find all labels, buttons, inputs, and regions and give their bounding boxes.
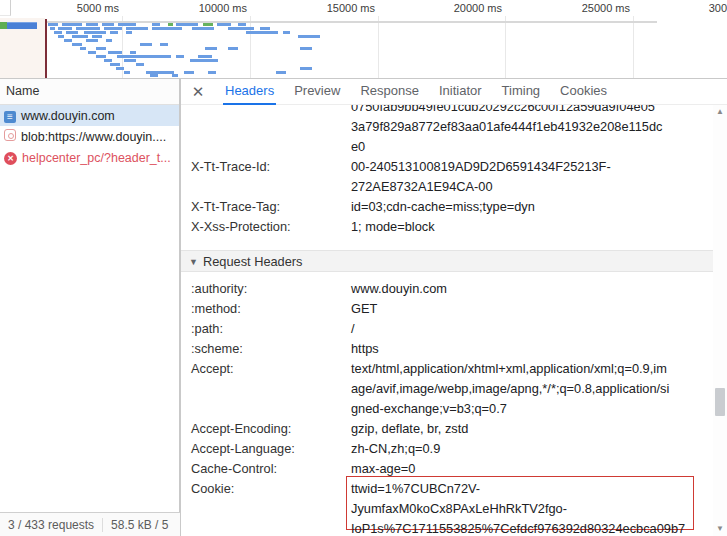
header-name: Accept: xyxy=(181,359,351,419)
waterfall-bar xyxy=(298,35,320,38)
scrollbar-thumb[interactable] xyxy=(715,388,725,416)
media-blob-icon xyxy=(4,129,16,144)
waterfall-bar xyxy=(88,51,96,54)
headers-scrollbar[interactable]: ▲ ▼ xyxy=(713,105,727,536)
header-row: X-Tt-Trace-Id:00-240513100819AD9D2D65914… xyxy=(181,157,713,197)
waterfall-bar xyxy=(80,47,86,50)
tab-response[interactable]: Response xyxy=(350,79,429,105)
request-list-panel: Name ≡www.douyin.comblob:https://www.dou… xyxy=(0,79,180,536)
waterfall-bar xyxy=(84,31,106,34)
header-name: :method: xyxy=(181,299,351,319)
timeline-tick-label: 30000 ms xyxy=(709,2,727,14)
header-name: Cache-Control: xyxy=(181,459,351,479)
header-value: id=03;cdn-cache=miss;type=dyn xyxy=(351,197,713,217)
devtools-network-panel: 5000 ms10000 ms15000 ms20000 ms25000 ms3… xyxy=(0,0,727,536)
header-value-line: 00-240513100819AD9D2D6591434F25213F- xyxy=(351,157,713,177)
error-icon-glyph: ✕ xyxy=(4,152,17,165)
scroll-up-icon[interactable]: ▲ xyxy=(713,105,727,119)
request-row[interactable]: ✕helpcenter_pc/?header_t... xyxy=(0,147,179,168)
header-name: :path: xyxy=(181,319,351,339)
waterfall-bar xyxy=(58,27,72,30)
waterfall-bar xyxy=(300,47,312,50)
tab-initiator[interactable]: Initiator xyxy=(429,79,492,105)
header-value: gzip, deflate, br, zstd xyxy=(351,419,713,439)
waterfall-bar xyxy=(124,71,130,74)
header-value: zh-CN,zh;q=0.9 xyxy=(351,439,713,459)
tab-preview[interactable]: Preview xyxy=(284,79,350,105)
waterfall-bar xyxy=(48,23,58,26)
waterfall-bar xyxy=(96,47,106,50)
request-count: 3 / 433 requests xyxy=(0,518,102,532)
waterfall-bar xyxy=(228,47,238,50)
headers-content[interactable]: 0750fab9bb49fe01cdb20292c26c00f12a59da9f… xyxy=(181,105,713,536)
timeline-gridline xyxy=(633,16,634,78)
header-value: 0750fab9bb49fe01cdb20292c26c00f12a59da9f… xyxy=(351,105,713,157)
header-value: 1; mode=block xyxy=(351,217,713,237)
headers-scroll-inner: 0750fab9bb49fe01cdb20292c26c00f12a59da9f… xyxy=(181,105,713,530)
request-name-label: www.douyin.com xyxy=(21,109,115,123)
header-name xyxy=(181,105,351,157)
header-name: X-Tt-Trace-Id: xyxy=(181,157,351,197)
waterfall-bar xyxy=(102,23,114,26)
waterfall-bar xyxy=(96,55,106,58)
timeline-gridline xyxy=(250,16,251,78)
header-value: / xyxy=(351,319,713,339)
header-value-line: IoP1s%7C1711553825%7Cefdcf976392d80324ec… xyxy=(351,519,693,536)
waterfall-bar xyxy=(110,31,118,34)
header-value-line: GET xyxy=(351,299,713,319)
header-name: Accept-Language: xyxy=(181,439,351,459)
header-value: GET xyxy=(351,299,713,319)
header-value-line: e0 xyxy=(351,137,713,157)
waterfall-bar xyxy=(160,43,168,46)
header-name: Cookie: xyxy=(181,479,351,530)
load-event-line xyxy=(45,19,47,78)
network-overview[interactable]: 5000 ms10000 ms15000 ms20000 ms25000 ms3… xyxy=(0,0,727,79)
waterfall-bar xyxy=(217,23,231,26)
header-row: X-Xss-Protection:1; mode=block xyxy=(181,217,713,237)
request-rows: ≡www.douyin.comblob:https://www.douyin..… xyxy=(0,105,179,168)
timeline-tick-label: 25000 ms xyxy=(582,2,630,14)
request-headers-section[interactable]: ▼Request Headers xyxy=(181,250,713,272)
annotation-box: ttwid=1%7CUBCn72V-JyumfaxM0koCx8PAxLeHhR… xyxy=(346,476,694,530)
waterfall-bar xyxy=(124,59,136,62)
request-name-label: helpcenter_pc/?header_t... xyxy=(22,151,171,165)
status-bar: 3 / 433 requests 58.5 kB / 5 xyxy=(0,512,180,536)
error-icon: ✕ xyxy=(4,150,17,165)
header-row: X-Tt-Trace-Tag:id=03;cdn-cache=miss;type… xyxy=(181,197,713,217)
request-row[interactable]: ≡www.douyin.com xyxy=(0,105,179,126)
transferred-size: 58.5 kB / 5 xyxy=(102,518,176,532)
waterfall-bar xyxy=(152,23,160,26)
selected-request-bar xyxy=(0,22,37,29)
waterfall-bar xyxy=(208,71,216,74)
waterfall-bar xyxy=(118,23,136,26)
request-headers-rows: :authority:www.douyin.com:method:GET:pat… xyxy=(181,279,713,530)
timeline-tick-label: 5000 ms xyxy=(77,2,119,14)
header-value-line: 1; mode=block xyxy=(351,217,713,237)
close-icon[interactable]: ✕ xyxy=(187,81,209,103)
waterfall-bar xyxy=(238,23,246,26)
waterfall-bar xyxy=(104,59,112,62)
waterfall-bar xyxy=(172,74,178,77)
media-blob-icon-glyph xyxy=(4,129,16,141)
clipped-header-value: 0750fab9bb49fe01cdb20292c26c00f12a59da9f… xyxy=(181,105,713,157)
waterfall-bar xyxy=(86,23,98,26)
collapse-arrow-icon: ▼ xyxy=(189,257,198,267)
tab-cookies[interactable]: Cookies xyxy=(550,79,617,105)
header-name: X-Xss-Protection: xyxy=(181,217,351,237)
waterfall-bar xyxy=(126,27,148,30)
waterfall-bar xyxy=(108,51,122,54)
tab-headers[interactable]: Headers xyxy=(215,79,284,105)
scroll-down-icon[interactable]: ▼ xyxy=(713,522,727,536)
name-column-header[interactable]: Name xyxy=(0,79,179,105)
waterfall-bar xyxy=(300,67,312,70)
header-row: 0750fab9bb49fe01cdb20292c26c00f12a59da9f… xyxy=(181,105,713,157)
request-row[interactable]: blob:https://www.douyin.... xyxy=(0,126,179,147)
waterfall-bar xyxy=(136,63,144,66)
header-row: Accept-Encoding:gzip, deflate, br, zstd xyxy=(181,419,713,439)
header-row: Accept-Language:zh-CN,zh;q=0.9 xyxy=(181,439,713,459)
header-value: https xyxy=(351,339,713,359)
tab-timing[interactable]: Timing xyxy=(492,79,551,105)
header-name: :authority: xyxy=(181,279,351,299)
header-value-line: gzip, deflate, br, zstd xyxy=(351,419,713,439)
waterfall-bar xyxy=(205,47,217,50)
